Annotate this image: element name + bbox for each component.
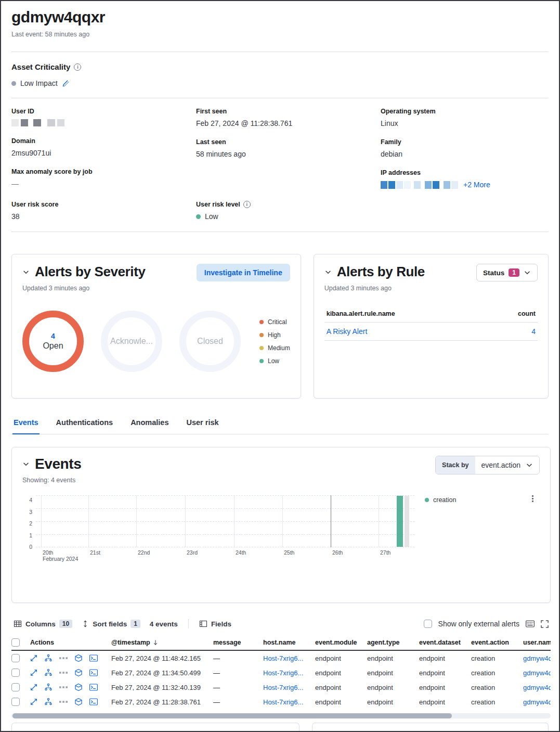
analyze-event-icon[interactable] <box>44 683 53 691</box>
cell-event-dataset[interactable]: endpoint <box>419 654 471 662</box>
cell-user-link[interactable]: gdmyw4qqxr <box>523 654 551 662</box>
open-alerts-donut[interactable]: 4 Open <box>22 311 84 372</box>
stack-by-select[interactable]: Stack by event.action <box>435 456 540 474</box>
cell-event-dataset[interactable]: endpoint <box>419 684 471 691</box>
family-value: debian <box>381 150 549 158</box>
analyze-event-icon[interactable] <box>44 669 53 677</box>
acknowledged-alerts-label: Acknowle... <box>110 337 153 346</box>
horizontal-scrollbar-track[interactable] <box>11 713 551 718</box>
cell-agent-type[interactable]: endpoint <box>367 698 419 706</box>
tab-user-risk[interactable]: User risk <box>185 415 219 434</box>
terminal-icon[interactable] <box>89 684 98 691</box>
cell-timestamp[interactable]: Feb 27, 2024 @ 11:28:38.761 <box>111 698 213 706</box>
fullscreen-icon[interactable] <box>541 620 549 628</box>
cell-user-link[interactable]: gdmyw4qqxr <box>523 698 551 706</box>
row-checkbox[interactable] <box>11 683 20 691</box>
investigate-in-timeline-button[interactable]: Investigate in Timeline <box>197 264 290 281</box>
expand-event-icon[interactable] <box>30 669 37 676</box>
horizontal-scrollbar-thumb[interactable] <box>12 713 452 718</box>
terminal-icon[interactable] <box>89 654 98 662</box>
acknowledged-alerts-donut[interactable]: Acknowle... <box>101 311 162 372</box>
cell-event-module[interactable]: endpoint <box>315 684 367 691</box>
session-view-cube-icon[interactable] <box>74 669 83 677</box>
cell-agent-type[interactable]: endpoint <box>367 684 419 691</box>
cell-timestamp[interactable]: Feb 27, 2024 @ 11:32:40.139 <box>111 684 213 691</box>
select-all-checkbox[interactable] <box>11 638 20 647</box>
fields-button[interactable]: Fields <box>197 619 233 629</box>
sort-fields-button[interactable]: Sort fields 1 <box>80 619 142 629</box>
row-checkbox[interactable] <box>11 669 20 677</box>
cell-event-action[interactable]: creation <box>471 669 523 677</box>
cell-agent-type[interactable]: endpoint <box>367 654 419 662</box>
open-alerts-count[interactable]: 4 <box>51 332 55 340</box>
session-view-cube-icon[interactable] <box>74 698 83 706</box>
tab-events[interactable]: Events <box>12 415 40 434</box>
y-tick: 0 <box>29 544 32 549</box>
cell-message: — <box>213 698 263 706</box>
cell-event-module[interactable]: endpoint <box>315 698 367 706</box>
cell-host-link[interactable]: Host-7xrig6... <box>263 654 303 662</box>
terminal-icon[interactable] <box>89 669 98 676</box>
row-checkbox[interactable] <box>11 698 20 706</box>
closed-alerts-donut[interactable]: Closed <box>179 311 241 372</box>
header-event-dataset[interactable]: event.dataset <box>419 639 471 646</box>
external-alerts-checkbox[interactable] <box>424 620 432 628</box>
expand-event-icon[interactable] <box>30 698 37 705</box>
cell-event-module[interactable]: endpoint <box>315 669 367 677</box>
header-host-name[interactable]: host.name <box>263 639 315 646</box>
tab-authentications[interactable]: Authentications <box>55 415 114 434</box>
expand-event-icon[interactable] <box>30 654 37 662</box>
os-label: Operating system <box>381 108 549 115</box>
more-actions-icon[interactable] <box>59 686 68 689</box>
info-icon[interactable]: i <box>243 201 251 208</box>
columns-button[interactable]: Columns 10 <box>11 619 74 629</box>
header-event-action[interactable]: event.action <box>471 639 523 646</box>
cell-user-link[interactable]: gdmyw4qqxr <box>523 669 551 677</box>
edit-pencil-icon[interactable] <box>62 80 70 87</box>
rule-name-link[interactable]: A Risky Alert <box>327 327 368 336</box>
user-overview: User ID Domain 2msu9071ui Max anomaly sc… <box>11 108 549 200</box>
status-filter-button[interactable]: Status 1 <box>476 264 538 281</box>
cell-event-dataset[interactable]: endpoint <box>419 669 471 677</box>
cell-host-link[interactable]: Host-7xrig6... <box>263 698 303 706</box>
cell-event-module[interactable]: endpoint <box>315 654 367 662</box>
session-view-cube-icon[interactable] <box>74 683 83 691</box>
cell-event-action[interactable]: creation <box>471 654 523 662</box>
chevron-down-icon[interactable] <box>22 460 30 468</box>
more-actions-icon[interactable] <box>59 657 68 660</box>
info-icon[interactable]: i <box>74 63 81 71</box>
session-view-cube-icon[interactable] <box>74 654 83 662</box>
cell-host-link[interactable]: Host-7xrig6... <box>263 669 303 677</box>
keyboard-shortcuts-icon[interactable] <box>526 620 535 627</box>
chart-options-kebab-icon[interactable] <box>532 495 533 502</box>
cell-user-link[interactable]: gdmyw4qqxr <box>523 684 551 691</box>
cell-agent-type[interactable]: endpoint <box>367 669 419 677</box>
header-event-module[interactable]: event.module <box>315 639 367 646</box>
header-user-name[interactable]: user.name <box>523 639 551 646</box>
cell-timestamp[interactable]: Feb 27, 2024 @ 11:48:42.165 <box>111 654 213 662</box>
creation-bar[interactable] <box>397 496 403 547</box>
cell-timestamp[interactable]: Feb 27, 2024 @ 11:34:50.499 <box>111 669 213 677</box>
chevron-down-icon[interactable] <box>22 268 30 276</box>
expand-event-icon[interactable] <box>30 684 37 691</box>
cell-event-action[interactable]: creation <box>471 698 523 706</box>
cell-host-link[interactable]: Host-7xrig6... <box>263 684 303 691</box>
terminal-icon[interactable] <box>89 698 98 705</box>
header-agent-type[interactable]: agent.type <box>367 639 419 646</box>
header-timestamp[interactable]: @timestamp <box>111 639 150 646</box>
more-actions-icon[interactable] <box>59 700 68 703</box>
rule-count-value[interactable]: 4 <box>531 327 536 336</box>
ip-more-link[interactable]: +2 More <box>463 181 490 189</box>
chevron-down-icon[interactable] <box>324 268 332 276</box>
placeholder-bar <box>405 496 409 547</box>
bottom-left-panel <box>11 723 299 732</box>
more-actions-icon[interactable] <box>59 671 68 674</box>
cell-event-action[interactable]: creation <box>471 684 523 691</box>
analyze-event-icon[interactable] <box>44 698 53 706</box>
row-checkbox[interactable] <box>11 654 20 662</box>
header-message[interactable]: message <box>213 639 263 646</box>
legend-low: Low <box>268 357 279 365</box>
tab-anomalies[interactable]: Anomalies <box>129 415 170 434</box>
analyze-event-icon[interactable] <box>44 654 53 662</box>
cell-event-dataset[interactable]: endpoint <box>419 698 471 706</box>
